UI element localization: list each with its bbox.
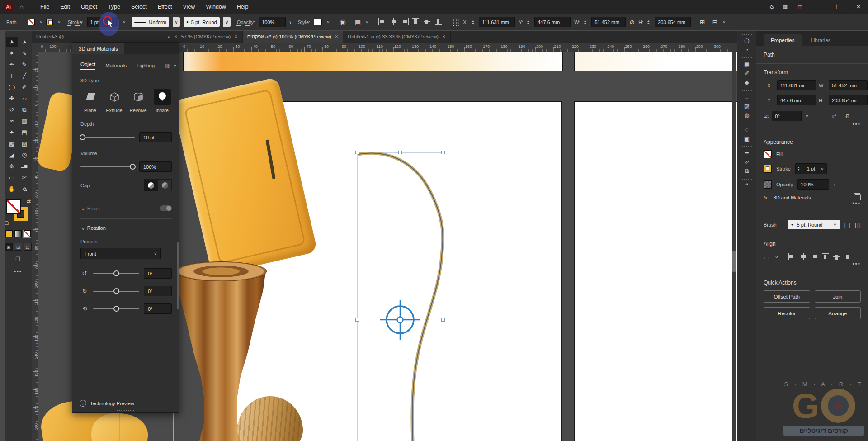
eyedropper-tool[interactable]: ◢ [6,150,18,160]
curvature-tool[interactable]: ✎ [19,59,30,70]
align-center-h-icon[interactable] [799,253,807,260]
selection-tool[interactable]: ➤ [6,37,18,47]
document-tab[interactable]: Untitled-1.ai @ 33.33 % (CMYK/Preview) ✕ [343,31,450,43]
eraser-tool[interactable]: ▱ [19,93,30,104]
align-center-v-icon[interactable] [833,253,841,260]
tab-object[interactable]: Object [80,62,95,70]
x-field[interactable]: 111.631 mm [479,17,515,27]
align-top-icon[interactable] [412,18,420,25]
zoom-tool[interactable]: ϙ [19,184,30,194]
stroke-swatch[interactable] [764,165,772,173]
export-icon[interactable]: ⇗ [737,157,756,166]
3d-type-inflate-selected[interactable]: Inflate [152,89,172,113]
fill-color-swatch[interactable] [28,19,35,25]
more-options-icon[interactable]: ••• [852,200,861,207]
transparency-icon[interactable]: ◍ [737,110,756,119]
panel-grip[interactable] [14,33,22,35]
menu-effect[interactable]: Effect [152,4,178,10]
direct-selection-tool[interactable]: ➤ [19,37,30,47]
technology-preview-link[interactable]: Technology Preview [90,401,134,406]
join-button[interactable]: Join [815,290,861,303]
rotate-x-field[interactable]: 0° [144,268,172,279]
gradient-panel-icon[interactable]: ▨ [737,101,756,110]
graphic-styles-icon[interactable]: ▣ [737,134,756,143]
rotate-y-slider[interactable] [93,291,139,292]
vertical-ruler[interactable]: 2010010203040506070809010011012013014015… [32,52,38,441]
stroke-panel-link[interactable]: Stroke [776,166,791,171]
dock-grip[interactable] [742,178,752,180]
dock-grip[interactable] [742,57,752,59]
recolor-artwork-icon[interactable]: ◉ [340,18,346,26]
brush-options-icon[interactable]: ▤ [844,221,850,228]
stroke-color-swatch[interactable] [46,19,53,25]
magic-wand-tool[interactable]: ✶ [6,48,18,58]
opacity-swatch[interactable] [764,180,772,189]
render-settings-icon[interactable]: ▨ [165,62,170,69]
menu-edit[interactable]: Edit [55,4,75,10]
panel-resize-grip[interactable] [117,410,135,412]
width-field[interactable]: 51.452 mm [829,80,868,90]
chevron-down-icon[interactable]: ∨ [365,20,369,24]
none-mode-swatch[interactable] [24,230,31,237]
tab-properties[interactable]: Properties [764,34,802,46]
dock-grip[interactable] [742,122,752,124]
stepper-icon[interactable]: ▲▼ [526,20,531,24]
brushes-icon[interactable]: ✐ [737,69,756,78]
scrollbar-thumb[interactable] [732,251,736,272]
height-field[interactable]: 203.654 mm [655,17,691,27]
chevron-down-icon[interactable]: ∨ [57,20,61,24]
brush-definition-select[interactable]: ●5 pt. Round [184,17,220,27]
width-tool[interactable]: ≈ [6,116,18,126]
chevron-down-icon[interactable]: ∨ [722,20,726,24]
edit-toolbar-icon[interactable]: ••• [5,269,32,274]
ellipse-tool[interactable]: ◯ [6,82,18,92]
align-top-icon[interactable] [822,253,830,260]
symbols-icon[interactable]: ♣ [737,78,756,87]
color-guide-icon[interactable]: ◔ [737,45,756,54]
align-left-icon[interactable] [378,18,386,25]
chevron-down-icon[interactable]: ∨ [123,20,126,24]
column-graph-tool[interactable]: ▂▆ [19,161,30,171]
chevron-down-icon[interactable]: ∨ [173,17,180,27]
chevron-right-icon[interactable]: › [289,19,292,26]
fill-swatch[interactable] [764,150,772,158]
depth-slider[interactable] [80,137,135,138]
menu-help[interactable]: Help [231,4,254,10]
minimize-button[interactable]: — [812,4,823,10]
maximize-button[interactable]: ▢ [833,4,844,10]
slider-knob[interactable] [113,270,119,276]
volume-value-field[interactable]: 100% [139,161,172,172]
type-tool[interactable]: T [6,71,18,81]
tab-close-icon[interactable]: ✕ [234,34,238,39]
artboard-tool[interactable]: ▭ [6,172,18,183]
menu-file[interactable]: File [35,4,55,10]
chevron-down-icon[interactable]: ∨ [173,64,177,67]
brush-libraries-icon[interactable]: ◫ [855,221,861,228]
cap-solid-button[interactable] [144,179,158,191]
rotation-preset-select[interactable]: Front∨ [80,248,161,259]
y-field[interactable]: 447.6 mm [777,95,816,105]
stroke-panel-icon[interactable]: ≡ [737,92,756,101]
free-transform-tool[interactable]: ▦ [19,116,30,126]
slider-knob[interactable] [113,306,119,312]
panel-scrollbar[interactable] [177,242,179,309]
swatches-icon[interactable]: ▦ [737,60,756,69]
tab-overflow-chevrons[interactable]: « [168,34,170,39]
align-right-icon[interactable] [811,253,818,260]
appearance-panel-icon[interactable]: ◌ [737,125,756,134]
cap-hollow-button[interactable] [158,179,172,191]
reference-point-grid-icon[interactable] [452,18,459,26]
stepper-icon[interactable]: ▲▼ [471,20,475,24]
slider-knob[interactable] [80,134,85,140]
opacity-panel-link[interactable]: Opacity: [237,19,255,25]
canvas-vertical-scrollbar[interactable] [732,52,736,441]
default-fill-stroke-icon[interactable]: ❏ [5,221,9,226]
panel-tab-3d-and-materials[interactable]: 3D and Materials [72,43,124,54]
artboards-icon[interactable]: ⧉ [737,166,756,175]
menu-object[interactable]: Object [75,4,103,10]
arrange-button[interactable]: Arrange [815,307,861,319]
graphic-style-swatch[interactable] [314,19,322,25]
align-left-icon[interactable] [788,253,796,260]
fill-swatch[interactable] [6,199,21,214]
opacity-field[interactable]: 100% [797,179,829,190]
